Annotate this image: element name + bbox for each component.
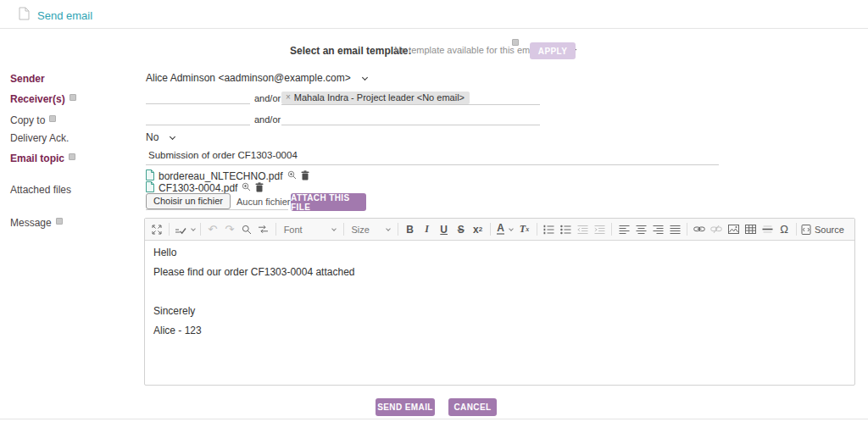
special-char-button[interactable]: Ω <box>776 221 792 237</box>
superscript-base: x <box>473 224 479 236</box>
unlink-icon[interactable] <box>709 221 724 237</box>
redo-icon[interactable]: ↷ <box>222 221 237 237</box>
font-dropdown[interactable]: Font <box>281 225 339 235</box>
size-dropdown-label: Size <box>351 225 369 235</box>
sender-select[interactable]: Alice Adminson <aadminson@example.com> <box>146 72 367 84</box>
file-input-underline <box>146 197 288 210</box>
help-icon[interactable] <box>49 115 56 122</box>
size-dropdown[interactable]: Size <box>348 225 392 235</box>
toolbar-separator <box>343 223 344 236</box>
apply-button[interactable]: APPLY <box>530 42 576 59</box>
superscript-button[interactable]: x2 <box>470 221 486 237</box>
chevron-down-icon <box>386 226 391 231</box>
toolbar-separator <box>398 223 398 236</box>
indent-icon[interactable] <box>592 221 607 237</box>
message-line: Alice - 123 <box>153 325 846 336</box>
replace-icon[interactable] <box>256 221 271 237</box>
numbered-list-icon[interactable] <box>541 221 556 237</box>
help-icon[interactable] <box>69 153 75 160</box>
chevron-down-icon <box>191 226 196 231</box>
toolbar-separator <box>796 223 797 236</box>
spellcheck-icon[interactable] <box>174 221 196 237</box>
help-icon[interactable] <box>70 94 76 101</box>
delivery-ack-label: Delivery Ack. <box>10 132 69 144</box>
receivers-label-text: Receiver(s) <box>10 93 65 105</box>
find-icon[interactable] <box>239 221 254 237</box>
message-line <box>153 286 846 297</box>
remove-format-button[interactable]: Tx <box>517 221 532 237</box>
align-justify-icon[interactable] <box>667 221 682 237</box>
attached-file-name[interactable]: bordereau_NLTECHNO.pdf <box>159 170 283 182</box>
template-label: Select an email template: <box>290 45 411 57</box>
page-header: Send email <box>19 7 92 24</box>
rich-text-editor: ↶ ↷ Font Size B I U S x2 A Tx <box>144 218 855 386</box>
editor-toolbar: ↶ ↷ Font Size B I U S x2 A Tx <box>145 219 854 241</box>
align-left-icon[interactable] <box>616 221 632 237</box>
table-icon[interactable] <box>743 221 758 237</box>
outdent-icon[interactable] <box>575 221 590 237</box>
page-icon <box>19 7 30 24</box>
top-divider <box>0 28 868 29</box>
align-center-icon[interactable] <box>633 221 648 237</box>
chevron-down-icon <box>331 226 337 231</box>
attach-file-button[interactable]: ATTACH THIS FILE <box>291 193 366 211</box>
toolbar-separator <box>200 223 201 236</box>
strikethrough-button[interactable]: S <box>453 221 469 237</box>
text-color-button[interactable]: A <box>495 221 515 237</box>
zoom-plus-icon[interactable] <box>242 182 251 194</box>
image-icon[interactable] <box>726 221 741 237</box>
delivery-ack-value: No <box>146 131 159 143</box>
text-color-a: A <box>497 224 504 235</box>
toolbar-separator <box>275 223 276 236</box>
source-button[interactable]: Source <box>801 221 850 237</box>
email-topic-input[interactable]: Submission of order CF1303-0004 <box>146 150 719 165</box>
help-icon[interactable] <box>56 218 63 225</box>
superscript-exp: 2 <box>479 225 482 233</box>
source-icon <box>801 225 811 235</box>
italic-button[interactable]: I <box>420 221 435 237</box>
copy-to-andor: and/or <box>254 114 281 125</box>
message-label: Message <box>10 217 63 229</box>
align-right-icon[interactable] <box>650 221 665 237</box>
hr-icon[interactable] <box>760 221 775 237</box>
message-line: Sincerely <box>153 306 846 317</box>
chevron-down-icon <box>509 226 514 231</box>
toolbar-separator <box>611 223 612 236</box>
send-email-page: Send email Select an email template: No … <box>0 0 868 422</box>
trash-icon[interactable] <box>301 170 309 183</box>
email-topic-label-text: Email topic <box>10 153 64 164</box>
delivery-ack-select[interactable]: No <box>146 131 175 143</box>
message-body[interactable]: Hello Please find our order CF1303-0004 … <box>145 241 854 352</box>
source-button-label: Source <box>815 225 844 235</box>
cancel-button[interactable]: CANCEL <box>448 398 497 416</box>
bold-button[interactable]: B <box>403 221 418 237</box>
receivers-input-1[interactable] <box>146 90 250 104</box>
receiver-tag: × Mahala Indra - Project leader <No emai… <box>281 92 470 104</box>
attached-file-name[interactable]: CF1303-0004.pdf <box>159 182 237 194</box>
message-label-text: Message <box>10 217 52 229</box>
zoom-plus-icon[interactable] <box>287 170 297 182</box>
copy-to-input-2[interactable] <box>281 111 540 125</box>
send-email-button[interactable]: SEND EMAIL <box>376 398 435 416</box>
receivers-andor: and/or <box>254 93 281 103</box>
maximize-icon[interactable] <box>149 221 164 237</box>
toolbar-separator <box>687 223 687 236</box>
sender-value: Alice Adminson <aadminson@example.com> <box>146 72 351 84</box>
bottom-divider <box>0 419 868 419</box>
copy-to-input-1[interactable] <box>146 111 250 125</box>
remove-tag-icon[interactable]: × <box>286 92 291 102</box>
toolbar-separator <box>537 223 537 236</box>
help-icon[interactable] <box>512 39 519 46</box>
underline-button[interactable]: U <box>437 221 452 237</box>
undo-icon[interactable]: ↶ <box>205 221 220 237</box>
copy-to-label-text: Copy to <box>10 114 45 126</box>
chevron-down-icon <box>362 74 368 80</box>
link-icon[interactable] <box>692 221 707 237</box>
attached-files-label: Attached files <box>10 184 71 196</box>
receivers-input-2[interactable]: × Mahala Indra - Project leader <No emai… <box>281 88 540 105</box>
message-line: Please find our order CF1303-0004 attach… <box>153 267 846 278</box>
toolbar-separator <box>169 223 170 236</box>
receiver-tag-text: Mahala Indra - Project leader <No email> <box>294 92 465 103</box>
message-line: Hello <box>153 247 846 258</box>
bulleted-list-icon[interactable] <box>558 221 573 237</box>
